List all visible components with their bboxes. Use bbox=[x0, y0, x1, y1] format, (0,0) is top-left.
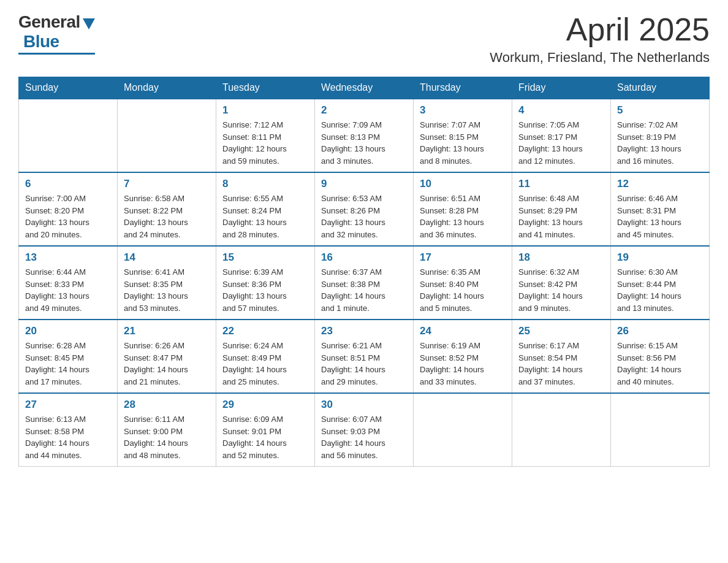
logo-general-text: General bbox=[18, 12, 80, 32]
day-number: 16 bbox=[321, 251, 407, 264]
day-number: 13 bbox=[25, 251, 111, 264]
day-info: Sunrise: 6:39 AM Sunset: 8:36 PM Dayligh… bbox=[222, 266, 308, 314]
calendar-week-row: 13Sunrise: 6:44 AM Sunset: 8:33 PM Dayli… bbox=[19, 246, 710, 320]
day-info: Sunrise: 6:30 AM Sunset: 8:44 PM Dayligh… bbox=[617, 266, 703, 314]
weekday-header-wednesday: Wednesday bbox=[315, 77, 414, 99]
calendar-cell: 5Sunrise: 7:02 AM Sunset: 8:19 PM Daylig… bbox=[611, 99, 710, 172]
day-info: Sunrise: 6:09 AM Sunset: 9:01 PM Dayligh… bbox=[222, 413, 308, 461]
day-info: Sunrise: 6:41 AM Sunset: 8:35 PM Dayligh… bbox=[124, 266, 210, 314]
calendar-cell: 4Sunrise: 7:05 AM Sunset: 8:17 PM Daylig… bbox=[512, 99, 611, 172]
page-header: General Blue April 2025 Workum, Frieslan… bbox=[18, 12, 710, 66]
calendar-cell: 10Sunrise: 6:51 AM Sunset: 8:28 PM Dayli… bbox=[414, 172, 512, 246]
day-number: 8 bbox=[222, 178, 308, 190]
calendar-cell: 3Sunrise: 7:07 AM Sunset: 8:15 PM Daylig… bbox=[414, 99, 512, 172]
day-number: 9 bbox=[321, 178, 407, 190]
day-number: 12 bbox=[617, 178, 703, 190]
calendar-cell: 1Sunrise: 7:12 AM Sunset: 8:11 PM Daylig… bbox=[216, 99, 315, 172]
day-number: 24 bbox=[420, 325, 506, 337]
weekday-header-thursday: Thursday bbox=[414, 77, 512, 99]
day-info: Sunrise: 6:13 AM Sunset: 8:58 PM Dayligh… bbox=[25, 413, 111, 461]
calendar-cell: 12Sunrise: 6:46 AM Sunset: 8:31 PM Dayli… bbox=[611, 172, 710, 246]
calendar-cell: 7Sunrise: 6:58 AM Sunset: 8:22 PM Daylig… bbox=[118, 172, 216, 246]
day-info: Sunrise: 6:51 AM Sunset: 8:28 PM Dayligh… bbox=[420, 193, 506, 240]
day-info: Sunrise: 6:17 AM Sunset: 8:54 PM Dayligh… bbox=[518, 340, 604, 388]
calendar-cell: 2Sunrise: 7:09 AM Sunset: 8:13 PM Daylig… bbox=[315, 99, 414, 172]
day-info: Sunrise: 6:07 AM Sunset: 9:03 PM Dayligh… bbox=[321, 413, 407, 461]
day-number: 14 bbox=[124, 251, 210, 264]
weekday-header-friday: Friday bbox=[512, 77, 611, 99]
calendar-cell: 28Sunrise: 6:11 AM Sunset: 9:00 PM Dayli… bbox=[118, 393, 216, 467]
day-info: Sunrise: 6:15 AM Sunset: 8:56 PM Dayligh… bbox=[617, 340, 703, 388]
day-info: Sunrise: 7:09 AM Sunset: 8:13 PM Dayligh… bbox=[321, 119, 407, 167]
weekday-header-sunday: Sunday bbox=[19, 77, 118, 99]
month-title: April 2025 bbox=[490, 12, 710, 47]
day-info: Sunrise: 7:00 AM Sunset: 8:20 PM Dayligh… bbox=[25, 193, 111, 240]
calendar-cell: 18Sunrise: 6:32 AM Sunset: 8:42 PM Dayli… bbox=[512, 246, 611, 320]
day-info: Sunrise: 7:07 AM Sunset: 8:15 PM Dayligh… bbox=[420, 119, 506, 167]
day-info: Sunrise: 6:46 AM Sunset: 8:31 PM Dayligh… bbox=[617, 193, 703, 240]
day-number: 30 bbox=[321, 399, 407, 411]
calendar-table: SundayMondayTuesdayWednesdayThursdayFrid… bbox=[18, 77, 710, 467]
day-info: Sunrise: 7:02 AM Sunset: 8:19 PM Dayligh… bbox=[617, 119, 703, 167]
day-number: 25 bbox=[518, 325, 604, 337]
day-info: Sunrise: 6:19 AM Sunset: 8:52 PM Dayligh… bbox=[420, 340, 506, 388]
location-title: Workum, Friesland, The Netherlands bbox=[490, 50, 710, 66]
calendar-week-row: 1Sunrise: 7:12 AM Sunset: 8:11 PM Daylig… bbox=[19, 99, 710, 172]
calendar-cell bbox=[512, 393, 611, 467]
calendar-cell: 30Sunrise: 6:07 AM Sunset: 9:03 PM Dayli… bbox=[315, 393, 414, 467]
calendar-cell: 27Sunrise: 6:13 AM Sunset: 8:58 PM Dayli… bbox=[19, 393, 118, 467]
day-number: 26 bbox=[617, 325, 703, 337]
calendar-cell: 13Sunrise: 6:44 AM Sunset: 8:33 PM Dayli… bbox=[19, 246, 118, 320]
calendar-cell: 16Sunrise: 6:37 AM Sunset: 8:38 PM Dayli… bbox=[315, 246, 414, 320]
day-info: Sunrise: 6:32 AM Sunset: 8:42 PM Dayligh… bbox=[518, 266, 604, 314]
day-number: 23 bbox=[321, 325, 407, 337]
day-info: Sunrise: 6:26 AM Sunset: 8:47 PM Dayligh… bbox=[124, 340, 210, 388]
calendar-cell: 20Sunrise: 6:28 AM Sunset: 8:45 PM Dayli… bbox=[19, 320, 118, 393]
calendar-cell: 8Sunrise: 6:55 AM Sunset: 8:24 PM Daylig… bbox=[216, 172, 315, 246]
calendar-header-row: SundayMondayTuesdayWednesdayThursdayFrid… bbox=[19, 77, 710, 99]
day-info: Sunrise: 7:05 AM Sunset: 8:17 PM Dayligh… bbox=[518, 119, 604, 167]
day-number: 2 bbox=[321, 104, 407, 117]
calendar-cell bbox=[611, 393, 710, 467]
calendar-cell: 21Sunrise: 6:26 AM Sunset: 8:47 PM Dayli… bbox=[118, 320, 216, 393]
day-number: 4 bbox=[518, 104, 604, 117]
calendar-cell: 15Sunrise: 6:39 AM Sunset: 8:36 PM Dayli… bbox=[216, 246, 315, 320]
calendar-cell: 23Sunrise: 6:21 AM Sunset: 8:51 PM Dayli… bbox=[315, 320, 414, 393]
day-number: 11 bbox=[518, 178, 604, 190]
calendar-cell: 17Sunrise: 6:35 AM Sunset: 8:40 PM Dayli… bbox=[414, 246, 512, 320]
day-number: 18 bbox=[518, 251, 604, 264]
day-info: Sunrise: 6:58 AM Sunset: 8:22 PM Dayligh… bbox=[124, 193, 210, 240]
logo-blue-text: Blue bbox=[23, 32, 59, 52]
day-number: 3 bbox=[420, 104, 506, 117]
day-info: Sunrise: 6:35 AM Sunset: 8:40 PM Dayligh… bbox=[420, 266, 506, 314]
weekday-header-saturday: Saturday bbox=[611, 77, 710, 99]
weekday-header-monday: Monday bbox=[118, 77, 216, 99]
day-number: 1 bbox=[222, 104, 308, 117]
logo-triangle-icon bbox=[83, 18, 95, 29]
weekday-header-tuesday: Tuesday bbox=[216, 77, 315, 99]
day-info: Sunrise: 6:11 AM Sunset: 9:00 PM Dayligh… bbox=[124, 413, 210, 461]
calendar-cell: 14Sunrise: 6:41 AM Sunset: 8:35 PM Dayli… bbox=[118, 246, 216, 320]
calendar-week-row: 20Sunrise: 6:28 AM Sunset: 8:45 PM Dayli… bbox=[19, 320, 710, 393]
day-info: Sunrise: 6:21 AM Sunset: 8:51 PM Dayligh… bbox=[321, 340, 407, 388]
calendar-cell: 25Sunrise: 6:17 AM Sunset: 8:54 PM Dayli… bbox=[512, 320, 611, 393]
day-info: Sunrise: 7:12 AM Sunset: 8:11 PM Dayligh… bbox=[222, 119, 308, 167]
calendar-cell: 9Sunrise: 6:53 AM Sunset: 8:26 PM Daylig… bbox=[315, 172, 414, 246]
calendar-cell bbox=[19, 99, 118, 172]
day-number: 6 bbox=[25, 178, 111, 190]
day-info: Sunrise: 6:24 AM Sunset: 8:49 PM Dayligh… bbox=[222, 340, 308, 388]
day-info: Sunrise: 6:53 AM Sunset: 8:26 PM Dayligh… bbox=[321, 193, 407, 240]
calendar-week-row: 27Sunrise: 6:13 AM Sunset: 8:58 PM Dayli… bbox=[19, 393, 710, 467]
day-number: 7 bbox=[124, 178, 210, 190]
day-number: 19 bbox=[617, 251, 703, 264]
logo-underline bbox=[18, 53, 95, 55]
day-number: 15 bbox=[222, 251, 308, 264]
day-number: 28 bbox=[124, 399, 210, 411]
day-number: 22 bbox=[222, 325, 308, 337]
calendar-cell: 11Sunrise: 6:48 AM Sunset: 8:29 PM Dayli… bbox=[512, 172, 611, 246]
day-info: Sunrise: 6:44 AM Sunset: 8:33 PM Dayligh… bbox=[25, 266, 111, 314]
day-number: 21 bbox=[124, 325, 210, 337]
calendar-cell: 6Sunrise: 7:00 AM Sunset: 8:20 PM Daylig… bbox=[19, 172, 118, 246]
day-number: 5 bbox=[617, 104, 703, 117]
day-number: 27 bbox=[25, 399, 111, 411]
